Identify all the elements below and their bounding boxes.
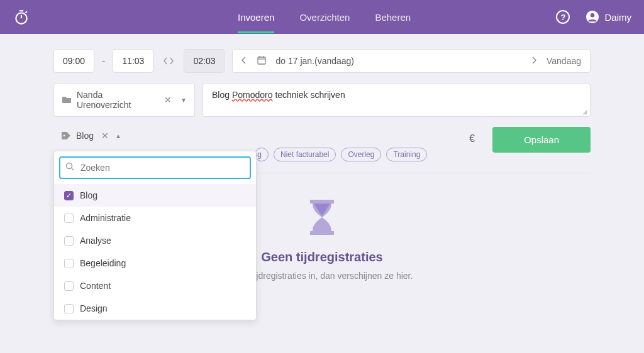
app-logo-icon <box>13 8 30 26</box>
svg-rect-3 <box>258 57 265 64</box>
checkbox-icon[interactable] <box>64 214 74 223</box>
dropdown-option[interactable]: Design <box>54 297 256 320</box>
dropdown-option-label: Design <box>80 303 108 313</box>
dropdown-option[interactable]: Content <box>54 274 256 297</box>
swap-icon[interactable] <box>164 57 174 65</box>
tag-search-input[interactable] <box>59 156 251 179</box>
svg-point-0 <box>16 13 26 24</box>
search-icon <box>65 162 74 173</box>
nav-tab-beheren[interactable]: Beheren <box>375 1 411 33</box>
folder-icon <box>62 95 72 104</box>
svg-point-2 <box>591 13 594 17</box>
desc-prefix: Blog <box>212 90 232 100</box>
svg-point-4 <box>64 135 65 137</box>
dropdown-option[interactable]: Analyse <box>54 229 256 252</box>
tag-label: Blog <box>76 131 94 141</box>
calendar-icon[interactable] <box>257 55 267 67</box>
checkbox-icon[interactable] <box>64 304 74 313</box>
description-input[interactable]: Blog Pomodoro techniek schrijven ◢ <box>203 83 591 117</box>
project-select[interactable]: Nanda Urenoverzicht ✕ ▼ <box>53 83 195 117</box>
user-icon <box>586 10 599 24</box>
date-selector: do 17 jan.(vandaag) Vandaag <box>232 49 591 73</box>
nav-tab-invoeren[interactable]: Invoeren <box>238 1 274 33</box>
date-next-button[interactable] <box>531 56 538 66</box>
checkbox-checked-icon[interactable]: ✓ <box>64 191 74 200</box>
chevron-down-icon: ▼ <box>180 97 187 104</box>
today-button[interactable]: Vandaag <box>547 56 581 66</box>
billable-toggle[interactable]: € <box>459 127 485 151</box>
project-name: Nanda Urenoverzicht <box>77 90 159 110</box>
help-icon[interactable]: ? <box>556 10 570 24</box>
svg-point-5 <box>67 163 72 169</box>
tag-icon <box>61 131 71 140</box>
resize-handle-icon[interactable]: ◢ <box>582 108 587 115</box>
dropdown-option-label: Blog <box>80 190 97 200</box>
time-end-input[interactable]: 11:03 <box>113 49 153 73</box>
desc-suffix: techniek schrijven <box>273 90 345 100</box>
desc-underlined: Pomodoro <box>232 90 273 100</box>
checkbox-icon[interactable] <box>64 281 74 291</box>
tag-dropdown: ✓BlogAdministratieAnalyseBegeleidingCont… <box>53 151 257 320</box>
dropdown-option-label: Begeleiding <box>80 258 126 268</box>
dropdown-option[interactable]: Administratie <box>54 207 256 229</box>
user-menu[interactable]: Daimy <box>586 10 631 24</box>
time-start-input[interactable]: 09:00 <box>53 49 94 73</box>
project-clear-icon[interactable]: ✕ <box>164 95 172 105</box>
tag-select[interactable]: Blog ✕ ▲ <box>53 127 129 144</box>
dropdown-option-label: Content <box>80 281 111 291</box>
chevron-up-icon: ▲ <box>115 133 121 139</box>
save-button[interactable]: Opslaan <box>492 127 591 153</box>
nav-tab-overzichten[interactable]: Overzichten <box>299 1 350 33</box>
checkbox-icon[interactable] <box>64 259 74 268</box>
dropdown-option[interactable]: ✓Blog <box>54 184 256 207</box>
dropdown-option-label: Administratie <box>80 213 131 223</box>
dropdown-option[interactable]: Begeleiding <box>54 252 256 274</box>
hourglass-icon <box>306 198 338 236</box>
user-name: Daimy <box>604 12 631 23</box>
duration-display[interactable]: 02:03 <box>184 49 225 73</box>
main-nav: Invoeren Overzichten Beheren <box>238 1 411 33</box>
dropdown-option-label: Analyse <box>80 236 111 246</box>
date-text[interactable]: do 17 jan.(vandaag) <box>275 56 523 66</box>
checkbox-icon[interactable] <box>64 236 74 246</box>
app-header: Invoeren Overzichten Beheren ? Daimy <box>0 0 644 34</box>
time-separator: - <box>102 55 105 67</box>
tag-clear-icon[interactable]: ✕ <box>101 131 109 141</box>
date-prev-button[interactable] <box>242 56 248 66</box>
